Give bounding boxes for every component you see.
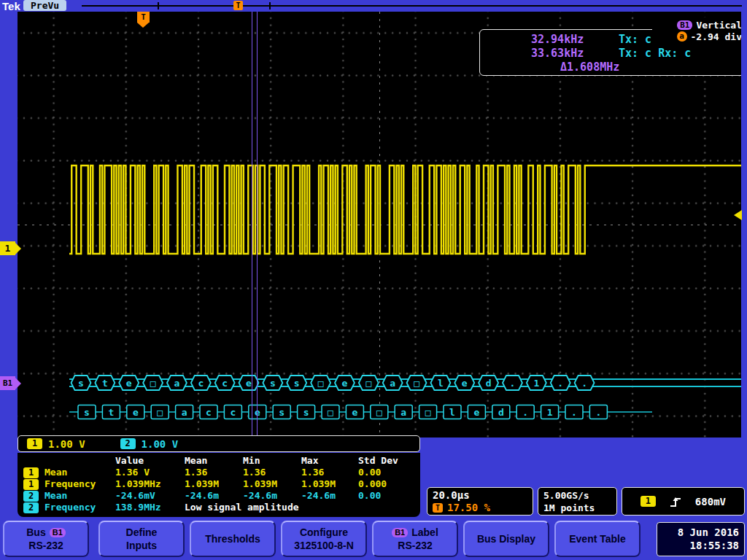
b1-vertical-value: -2.94 div xyxy=(691,31,741,42)
time-label: 18:55:38 xyxy=(662,539,739,552)
measurement-value: 1.039M xyxy=(301,478,358,490)
decode-event-char: c xyxy=(230,407,236,418)
bus-decode-char: c xyxy=(198,378,204,389)
menu-button-line2: Inputs xyxy=(126,539,157,552)
measurement-value: 0.00 xyxy=(358,490,420,502)
menu-button-event-table[interactable]: Event Table xyxy=(554,521,640,557)
decode-event-char: c xyxy=(206,407,212,418)
channel1-marker[interactable]: 1 xyxy=(0,241,15,255)
measurement-rows: 1Mean1.36 V1.361.361.360.001Frequency1.0… xyxy=(23,467,420,513)
measurement-name: 2Frequency xyxy=(23,502,115,513)
menu-button-line2: RS-232 xyxy=(28,539,63,552)
cursor-b-readout: 33.63kHzTx: c Rx: c xyxy=(480,47,741,61)
bus-decode-char: □ xyxy=(414,378,419,389)
measurement-row: 2Mean-24.6mV-24.6m-24.6m-24.6m0.00 xyxy=(23,490,420,502)
menu-button-text: Label xyxy=(411,526,438,539)
menu-button-line1: B1Label xyxy=(392,526,438,539)
menu-button-line2: RS-232 xyxy=(398,539,432,552)
channel2-badge[interactable]: 2 xyxy=(120,438,136,449)
menu-button-line1: Thresholds xyxy=(205,532,260,545)
ch1-waveform xyxy=(69,166,741,254)
record-window-bracket xyxy=(158,2,159,9)
channel-badge: 2 xyxy=(23,491,39,502)
multipurpose-knob-a-icon[interactable]: a xyxy=(677,31,687,42)
channel-badge: 1 xyxy=(23,467,39,478)
measurement-label: Mean xyxy=(44,467,67,478)
decode-event-char: s xyxy=(84,407,90,418)
channel1-badge[interactable]: 1 xyxy=(27,438,42,449)
cursor-b-bus-decode: Tx: c Rx: c xyxy=(607,47,691,60)
measurement-name: 1Frequency xyxy=(23,478,115,490)
cursor-b[interactable] xyxy=(257,12,258,438)
cursor-a[interactable] xyxy=(252,12,252,438)
trigger-readout-box: 1 680mV xyxy=(622,487,745,516)
decode-event-char: s xyxy=(279,407,285,418)
menu-button-b1-label[interactable]: B1LabelRS-232 xyxy=(372,521,458,557)
bus-badge: B1 xyxy=(50,528,66,537)
decode-event-char: □ xyxy=(328,407,333,418)
menu-button-line1: Bus Display xyxy=(477,532,535,545)
date-label: 8 Jun 2016 xyxy=(662,526,739,539)
decode-event-char: □ xyxy=(157,407,163,418)
menu-button-bus-display[interactable]: Bus Display xyxy=(463,521,549,557)
measurement-header-row: ValueMeanMinMaxStd Dev xyxy=(23,455,420,467)
decode-event-char: a xyxy=(182,407,187,418)
cursor-b-frequency: 33.63kHz xyxy=(531,47,607,61)
decode-event-char: 1 xyxy=(547,407,553,418)
channel1-scale: 1.00 V xyxy=(48,438,85,450)
measurement-value: 1.039M xyxy=(243,478,301,490)
menu-button-bus[interactable]: BusB1RS-232 xyxy=(3,521,89,557)
decode-event-char: □ xyxy=(376,407,382,418)
trigger-position-icon: T xyxy=(433,503,443,513)
decode-event-char: □ xyxy=(425,407,431,418)
decode-event-char: e xyxy=(473,407,479,418)
menu-button-thresholds[interactable]: Thresholds xyxy=(190,521,276,557)
menu-button-line1: Define xyxy=(126,526,158,539)
trigger-source-badge: 1 xyxy=(640,496,656,507)
bus-decode-char: c xyxy=(222,378,228,389)
measurement-note: Low signal amplitude xyxy=(185,502,420,513)
measurement-value: -24.6m xyxy=(243,490,301,502)
bus-decode-char: e xyxy=(246,378,252,389)
decode-event-char: e xyxy=(133,407,139,418)
measurement-header-cell: Std Dev xyxy=(358,455,420,467)
bus-b1-marker[interactable]: B1 xyxy=(0,376,15,390)
bus-decode-char: d xyxy=(486,378,492,389)
b1-vertical-label: B1Vertical a-2.94 div xyxy=(652,18,741,44)
trigger-position-flag[interactable]: T xyxy=(137,12,150,23)
decode-event-char: t xyxy=(108,407,114,418)
decode-event-char: s xyxy=(303,407,309,418)
bus-decode-char: e xyxy=(126,378,132,389)
menu-button-line1: Configure xyxy=(300,526,348,539)
bus-decode-char: . xyxy=(557,378,563,389)
decode-event-char: d xyxy=(498,407,504,418)
menu-button-define-inputs[interactable]: DefineInputs xyxy=(98,521,185,557)
menu-button-configure[interactable]: Configure3125100-8-N xyxy=(281,521,367,557)
bus-decode-char: e xyxy=(342,378,348,389)
bus-decode-char: a xyxy=(390,378,395,389)
menu-button-text: Event Table xyxy=(569,532,626,545)
record-trigger-marker-icon[interactable]: T xyxy=(233,1,243,10)
record-view-bar[interactable] xyxy=(82,5,742,7)
bus-decode-char: □ xyxy=(150,378,156,389)
menu-button-line2: 3125100-8-N xyxy=(294,539,354,552)
bus-decode-char: . xyxy=(510,378,516,389)
measurement-table: ValueMeanMinMaxStd Dev 1Mean1.36 V1.361.… xyxy=(18,453,420,517)
measurement-row: 1Mean1.36 V1.361.361.360.00 xyxy=(23,467,420,478)
measurement-label: Frequency xyxy=(44,502,96,513)
oscilloscope-screen: Tek PreVu T ste□access□e□a□led.1..ste□ac… xyxy=(0,0,747,560)
horizontal-readout-box: 20.0µs T17.50 % xyxy=(427,487,533,516)
bus-decode-char: e xyxy=(462,378,468,389)
measurement-header-cell: Min xyxy=(243,455,301,467)
measurement-value: 1.36 xyxy=(243,467,301,478)
measurement-row: 2Frequency138.9MHzLow signal amplitude xyxy=(23,502,420,513)
decode-event-char: e xyxy=(352,407,357,418)
bus-decode-char: a xyxy=(174,378,180,389)
trigger-level-value: 680mV xyxy=(695,496,726,508)
measurement-value: 1.039MHz xyxy=(115,478,185,490)
bus-badge: B1 xyxy=(392,528,408,537)
trigger-position-percent: 17.50 % xyxy=(447,502,490,513)
channel-badge: 2 xyxy=(23,502,39,513)
trigger-level-arrow[interactable] xyxy=(734,210,742,220)
graticule: ste□access□e□a□led.1..ste□access□e□a□led… xyxy=(18,12,741,438)
